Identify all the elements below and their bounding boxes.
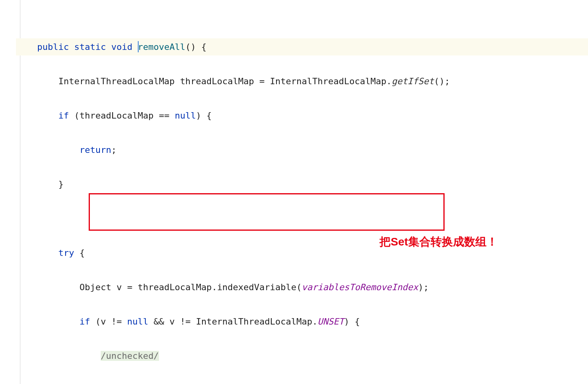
op: = [254,76,270,86]
paren: ) { [344,317,360,327]
code-line: if (v != null && v != InternalThreadLoca… [16,313,588,330]
var-name: threadLocalMap [180,76,254,86]
op: == [153,111,175,121]
method-name: removeAll [138,42,185,52]
var-name: v [169,317,175,327]
annotation-text: 把Set集合转换成数组！ [379,233,498,250]
paren: ) { [196,111,212,121]
paren: ( [69,111,79,121]
keyword-null: null [127,317,148,327]
code-line: /unchecked/ [16,347,588,364]
paren: ( [90,317,101,327]
code-line: Set<FastThreadLocal<?>> variablesToRemov… [16,382,588,384]
method-call: indexedVariable [217,282,296,292]
op: = [122,282,138,292]
semi: ; [111,145,116,155]
keyword-public: public [37,42,69,52]
static-field: variablesToRemoveIndex [302,282,418,292]
code-editor[interactable]: public static void removeAll() { Interna… [0,0,588,384]
sc: (); [434,76,450,86]
keyword-try: try [58,248,74,258]
static-field: UNSET [318,317,344,327]
type-name: InternalThreadLocalMap [196,317,312,327]
type-name: InternalThreadLocalMap [58,76,175,86]
var-name: threadLocalMap [138,282,212,292]
code-line: public static void removeAll() { [16,38,588,55]
op: != [106,317,127,327]
brace: { [79,248,85,258]
code-line: try { [16,244,588,261]
suppressed-comment: /unchecked/ [101,351,159,361]
parens: () [185,42,196,52]
annotation-prefix: 把 [379,236,391,248]
op: != [175,317,196,327]
static-method-call: getIfSet [391,76,434,86]
code-line: if (threadLocalMap == null) { [16,107,588,124]
code-line: return; [16,141,588,158]
op: && [148,317,169,327]
keyword-void: void [111,42,132,52]
var-name: threadLocalMap [79,111,153,121]
keyword-return: return [79,145,111,155]
sc: ); [418,282,429,292]
code-line: Object v = threadLocalMap.indexedVariabl… [16,279,588,296]
annotation-set: Set [391,236,408,248]
keyword-static: static [74,42,106,52]
type-name: Object [79,282,111,292]
keyword-null: null [175,111,196,121]
code-line: InternalThreadLocalMap threadLocalMap = … [16,73,588,90]
brace-close: } [58,179,64,189]
code-line: } [16,176,588,193]
var-name: v [101,317,106,327]
var-name: v [117,282,122,292]
keyword-if: if [79,317,90,327]
code-line-empty [16,210,588,227]
brace: { [201,42,207,52]
text-cursor [138,41,139,52]
type-name: InternalThreadLocalMap [270,76,386,86]
annotation-suffix: 集合转换成数组！ [408,236,498,248]
keyword-if: if [58,111,69,121]
